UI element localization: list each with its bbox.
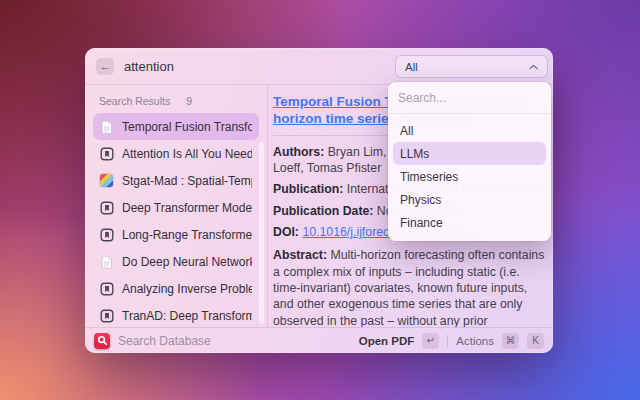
bookmark-icon: [100, 282, 114, 296]
filter-dropdown-panel: AllLLMsTimeseriesPhysicsFinanceAnomaly: [388, 82, 551, 241]
search-app-icon: [94, 333, 110, 349]
result-item[interactable]: Stgat-Mad : Spatial-Temporal Gr...: [93, 167, 259, 194]
actions-menu-button[interactable]: Actions: [456, 335, 494, 347]
list-scrollbar[interactable]: [259, 142, 264, 324]
result-item[interactable]: TranAD: Deep Transformer Net...: [93, 302, 259, 327]
bookmark-icon: [100, 228, 114, 242]
filter-option-all[interactable]: All: [393, 119, 546, 142]
result-item[interactable]: Attention Is All You Need: [93, 140, 259, 167]
open-pdf-action[interactable]: Open PDF: [359, 335, 415, 347]
results-section-label: Search Results: [99, 95, 170, 107]
result-item-title: Stgat-Mad : Spatial-Temporal Gr...: [122, 174, 252, 188]
command-bar: Open PDF ↵ Actions ⌘ K: [85, 327, 553, 353]
result-item[interactable]: Deep Transformer Models for Ti...: [93, 194, 259, 221]
thumbnail-icon: [100, 174, 113, 187]
window-header: ← attention All: [85, 48, 553, 85]
magnifier-icon: [97, 335, 108, 346]
result-item-title: Temporal Fusion Transformers f...: [122, 120, 252, 134]
result-item-title: Long-Range Transformers for D...: [122, 228, 252, 242]
result-item[interactable]: Long-Range Transformers for D...: [93, 221, 259, 248]
k-key-badge: K: [527, 333, 544, 349]
result-item-title: Do Deep Neural Networks Contr...: [122, 255, 252, 269]
filter-selected-value: All: [405, 61, 418, 73]
launcher-window: ← attention All Search Results 9 Tempora…: [85, 48, 553, 353]
document-icon: [100, 120, 114, 134]
filter-option-physics[interactable]: Physics: [393, 188, 546, 211]
result-item-title: TranAD: Deep Transformer Net...: [122, 309, 252, 323]
document-icon: [100, 255, 114, 269]
result-item-title: Deep Transformer Models for Ti...: [122, 201, 252, 215]
results-panel: Search Results 9 Temporal Fusion Transfo…: [85, 85, 268, 327]
return-key-badge: ↵: [422, 333, 439, 349]
results-list: Temporal Fusion Transformers f...Attenti…: [93, 113, 259, 327]
back-button[interactable]: ←: [96, 58, 114, 75]
chevron-up-icon: [529, 64, 538, 70]
filter-option-finance[interactable]: Finance: [393, 211, 546, 234]
filter-dropdown-trigger[interactable]: All: [395, 55, 548, 78]
results-count: 9: [186, 95, 192, 107]
footer-divider: [447, 335, 448, 347]
filter-option-timeseries[interactable]: Timeseries: [393, 165, 546, 188]
filter-option-llms[interactable]: LLMs: [393, 142, 546, 165]
cmd-key-badge: ⌘: [502, 333, 519, 349]
publication-label: Publication:: [273, 182, 343, 196]
back-arrow-icon: ←: [100, 60, 111, 72]
result-item-title: Attention Is All You Need: [122, 147, 252, 161]
search-database-input[interactable]: [118, 334, 351, 348]
filter-option-anomaly[interactable]: Anomaly: [393, 234, 546, 241]
filter-search-input[interactable]: [388, 82, 551, 114]
result-item[interactable]: Temporal Fusion Transformers f...: [93, 113, 259, 140]
result-item-title: Analyzing Inverse Problems with...: [122, 282, 252, 296]
result-item[interactable]: Do Deep Neural Networks Contr...: [93, 248, 259, 275]
bookmark-icon: [100, 309, 114, 323]
authors-label: Authors:: [273, 145, 324, 159]
bookmark-icon: [100, 147, 114, 161]
result-item[interactable]: Analyzing Inverse Problems with...: [93, 275, 259, 302]
search-query-text: attention: [124, 59, 174, 74]
abstract-row: Abstract: Multi-horizon forecasting ofte…: [273, 247, 545, 327]
filter-options-list: AllLLMsTimeseriesPhysicsFinanceAnomaly: [388, 114, 551, 241]
publication-date-label: Publication Date:: [273, 204, 373, 218]
bookmark-icon: [100, 201, 114, 215]
results-section-header: Search Results 9: [93, 90, 259, 113]
doi-label: DOI:: [273, 225, 299, 239]
abstract-label: Abstract:: [273, 248, 327, 262]
